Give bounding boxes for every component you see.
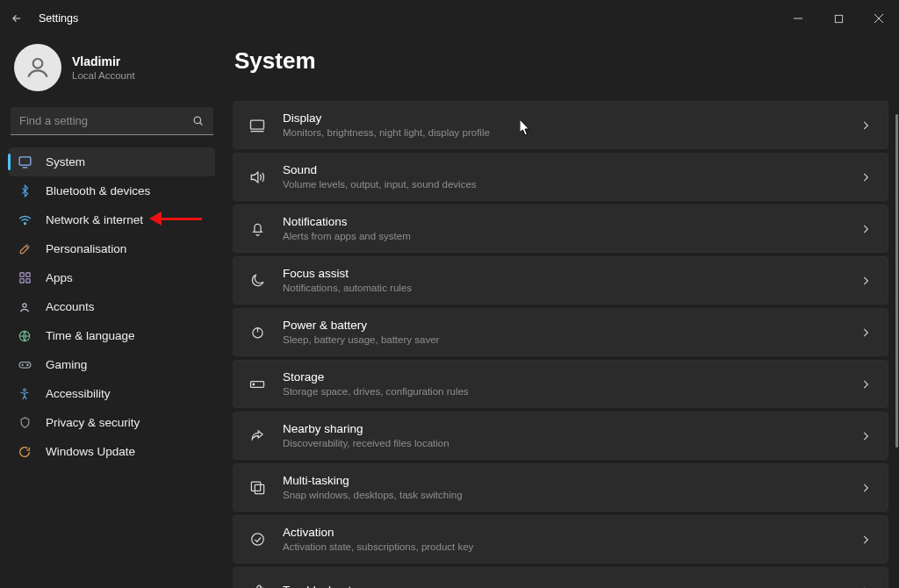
svg-point-9 <box>24 223 25 225</box>
svg-point-29 <box>251 534 263 545</box>
user-account-row[interactable]: Vladimir Local Account <box>9 42 215 104</box>
maximize-button[interactable] <box>818 4 859 32</box>
svg-rect-28 <box>255 484 263 493</box>
power-icon <box>246 324 269 341</box>
svg-rect-13 <box>25 279 29 283</box>
svg-rect-16 <box>19 362 31 368</box>
svg-rect-7 <box>19 157 31 165</box>
svg-rect-1 <box>835 15 842 22</box>
sidebar-item-network-internet[interactable]: Network & internet <box>9 205 215 234</box>
chevron-right-icon <box>859 223 872 235</box>
apps-icon <box>16 269 33 287</box>
panel-subtitle: Activation state, subscriptions, product… <box>283 541 859 553</box>
moon-icon <box>246 272 269 289</box>
panel-title: Activation <box>283 526 859 541</box>
svg-rect-12 <box>19 279 23 283</box>
sidebar-item-label: Accounts <box>46 300 95 313</box>
update-icon <box>16 443 33 461</box>
panel-sound[interactable]: SoundVolume levels, output, input, sound… <box>233 153 888 201</box>
system-icon <box>16 154 33 171</box>
panel-subtitle: Sleep, battery usage, battery saver <box>283 333 859 346</box>
shield-icon <box>16 414 33 432</box>
minimize-button[interactable] <box>778 4 818 32</box>
svg-point-14 <box>23 303 26 306</box>
sidebar-item-bluetooth-devices[interactable]: Bluetooth & devices <box>9 176 215 205</box>
main-content: System DisplayMonitors, brightness, nigh… <box>224 37 899 588</box>
chevron-right-icon <box>859 275 872 287</box>
back-button[interactable] <box>9 12 25 25</box>
chevron-right-icon <box>859 119 872 132</box>
panel-title: Power & battery <box>283 319 859 333</box>
chevron-right-icon <box>859 430 872 442</box>
svg-rect-10 <box>19 273 23 276</box>
panel-subtitle: Volume levels, output, input, sound devi… <box>283 178 859 190</box>
gaming-icon <box>16 356 33 374</box>
sidebar-item-accounts[interactable]: Accounts <box>9 292 215 321</box>
svg-point-26 <box>253 384 255 385</box>
close-button[interactable] <box>859 4 899 32</box>
sidebar-item-time-language[interactable]: Time & language <box>9 321 215 350</box>
panel-notifications[interactable]: NotificationsAlerts from apps and system <box>233 204 888 253</box>
panel-title: Multi-tasking <box>283 474 859 489</box>
panel-title: Sound <box>283 163 859 178</box>
sidebar-item-label: Gaming <box>46 358 87 371</box>
sidebar-item-personalisation[interactable]: Personalisation <box>9 234 215 263</box>
panel-title: Notifications <box>283 215 859 230</box>
panel-subtitle: Snap windows, desktops, task switching <box>283 489 859 501</box>
panel-display[interactable]: DisplayMonitors, brightness, night light… <box>233 101 888 149</box>
sidebar-item-accessibility[interactable]: Accessibility <box>9 379 215 408</box>
svg-line-6 <box>200 123 203 125</box>
scrollbar[interactable] <box>895 114 898 448</box>
svg-point-4 <box>33 59 43 68</box>
sound-icon <box>246 169 269 186</box>
svg-rect-27 <box>251 482 260 491</box>
panel-title: Focus assist <box>283 267 859 282</box>
chevron-right-icon <box>859 326 872 339</box>
panel-focus-assist[interactable]: Focus assistNotifications, automatic rul… <box>233 256 888 305</box>
panel-title: Troubleshoot <box>283 584 859 588</box>
sidebar-item-label: Apps <box>46 271 73 284</box>
panel-multitasking[interactable]: Multi-taskingSnap windows, desktops, tas… <box>233 463 888 512</box>
sidebar-item-label: Accessibility <box>46 387 111 400</box>
chevron-right-icon <box>859 585 872 589</box>
sidebar-item-windows-update[interactable]: Windows Update <box>9 437 215 466</box>
share-icon <box>246 427 269 444</box>
panel-storage[interactable]: StorageStorage space, drives, configurat… <box>233 360 888 408</box>
sidebar-nav: System Bluetooth & devices Network & int… <box>9 147 215 466</box>
chevron-right-icon <box>859 482 872 494</box>
storage-icon <box>246 376 269 393</box>
panel-subtitle: Monitors, brightness, night light, displ… <box>283 126 859 139</box>
panel-subtitle: Storage space, drives, configuration rul… <box>283 385 859 398</box>
sidebar-item-gaming[interactable]: Gaming <box>9 350 215 379</box>
wrench-icon <box>246 583 269 588</box>
accounts-icon <box>16 298 33 316</box>
search-input[interactable] <box>11 107 213 135</box>
panel-troubleshoot[interactable]: Troubleshoot <box>233 567 888 588</box>
panel-power-battery[interactable]: Power & batterySleep, battery usage, bat… <box>233 308 888 356</box>
svg-rect-21 <box>251 120 264 129</box>
sidebar-item-apps[interactable]: Apps <box>9 263 215 292</box>
bell-icon <box>246 220 269 237</box>
avatar <box>14 44 61 91</box>
panel-activation[interactable]: ActivationActivation state, subscription… <box>233 515 888 563</box>
sidebar: Vladimir Local Account System Bluetooth … <box>0 37 224 588</box>
sidebar-item-label: Network & internet <box>46 213 143 226</box>
svg-rect-11 <box>25 273 29 276</box>
sidebar-item-label: System <box>46 155 85 169</box>
sidebar-item-label: Privacy & security <box>46 416 140 429</box>
panel-title: Display <box>283 111 859 126</box>
accessibility-icon <box>16 385 33 403</box>
globe-icon <box>16 327 33 345</box>
panel-subtitle: Discoverability, received files location <box>283 437 859 449</box>
panel-nearby-sharing[interactable]: Nearby sharingDiscoverability, received … <box>233 412 888 460</box>
sidebar-item-privacy-security[interactable]: Privacy & security <box>9 408 215 437</box>
sidebar-item-label: Personalisation <box>46 242 126 255</box>
bluetooth-icon <box>16 183 33 200</box>
user-account-type: Local Account <box>72 70 135 81</box>
page-title: System <box>234 47 888 75</box>
settings-panel-list: DisplayMonitors, brightness, night light… <box>233 101 888 588</box>
titlebar: Settings <box>0 0 899 37</box>
sidebar-item-system[interactable]: System <box>9 147 215 176</box>
panel-title: Nearby sharing <box>283 422 859 437</box>
user-name: Vladimir <box>72 54 135 70</box>
